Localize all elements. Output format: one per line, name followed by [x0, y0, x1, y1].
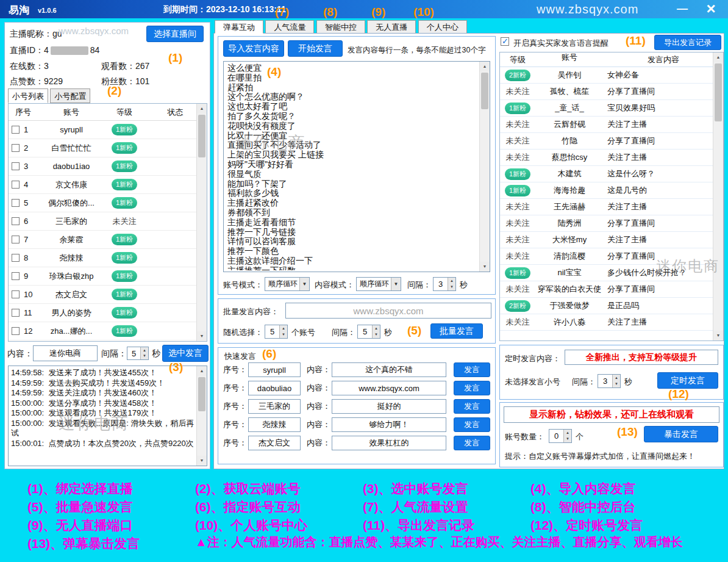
level-badge: 未关注 — [506, 251, 530, 262]
quick-account-input[interactable]: 三毛家的 — [248, 399, 301, 414]
selected-interval-spinner[interactable]: 5 ▲ ▼ — [127, 347, 149, 360]
scrollbar-thumb[interactable] — [198, 377, 205, 411]
quick-content-input[interactable]: 效果杠杠的 — [332, 436, 446, 450]
batch-send-button[interactable]: 批量发言 — [430, 323, 483, 339]
row-checkbox[interactable] — [12, 144, 20, 152]
close-button[interactable]: × — [699, 0, 723, 18]
selected-content-input[interactable]: 迷你电商 — [33, 345, 98, 361]
row-checkbox[interactable] — [12, 162, 20, 170]
burst-content-input[interactable]: 显示新粉，钻粉效果，还可上在线和观看 — [504, 406, 719, 423]
room-id-label: 直播ID： — [10, 45, 44, 55]
row-checkbox[interactable] — [12, 327, 20, 335]
timed-send-button[interactable]: 定时发言 — [657, 372, 718, 389]
table-row[interactable]: 10 杰文启文 1新粉 — [9, 286, 207, 304]
table-row[interactable]: 5 偶尔犯傻的... 1新粉 — [9, 194, 207, 212]
burst-count-spinner[interactable]: 0 ▲ ▼ — [549, 429, 572, 443]
quick-account-input[interactable]: syrupll — [248, 362, 301, 377]
row-checkbox[interactable] — [12, 199, 20, 207]
speech-interval-spinner[interactable]: 3 ▲ ▼ — [433, 277, 456, 291]
table-row[interactable]: 3 daobu1iao 1新粉 — [9, 157, 207, 176]
comment-table-scrollbar[interactable]: ▲ ▼ — [713, 52, 723, 340]
spinner-down-icon[interactable]: ▼ — [448, 284, 455, 290]
comment-table: 等级 账号 发言内容 2新粉 吴作钊 女神必备 未关注 孤牧、梳笙 分享了直播间 — [499, 52, 724, 341]
import-content-button[interactable]: 导入发言内容 — [223, 40, 284, 57]
quick-account-input[interactable]: daobuliao — [248, 381, 301, 395]
timed-interval-spinner[interactable]: 3 ▲ ▼ — [598, 374, 621, 388]
row-checkbox[interactable] — [12, 254, 20, 262]
row-checkbox[interactable] — [12, 181, 20, 189]
export-records-button[interactable]: 导出发言记录 — [654, 35, 721, 50]
tab-smart-control[interactable]: 智能中控 — [316, 20, 365, 34]
quick-content-input[interactable]: 这个真的不错 — [332, 362, 446, 377]
account-mode-select[interactable]: 顺序循环 ▼ — [265, 277, 310, 291]
scroll-down-icon[interactable]: ▼ — [197, 456, 207, 466]
tab-account-list[interactable]: 小号列表 — [8, 88, 48, 103]
tab-personal-center[interactable]: 个人中心 — [418, 20, 467, 34]
table-row[interactable]: 11 男人的姿势 1新粉 — [9, 304, 207, 322]
quick-content-input[interactable]: 挺好的 — [332, 399, 446, 414]
select-room-button[interactable]: 选择直播间 — [146, 26, 204, 42]
send-selected-button[interactable]: 选中发言 — [162, 345, 209, 362]
spinner-down-icon[interactable]: ▼ — [612, 381, 620, 387]
scroll-up-icon[interactable]: ▲ — [197, 104, 207, 113]
spinner-down-icon[interactable]: ▼ — [563, 436, 571, 442]
content-mode-select[interactable]: 顺序循环 ▼ — [356, 277, 401, 291]
buyer-alert-checkbox[interactable]: ✓ — [501, 37, 509, 46]
row-checkbox[interactable] — [12, 126, 20, 134]
table-row[interactable]: 2 白雪忙忙忙 1新粉 — [9, 139, 207, 157]
quick-send-button[interactable]: 发言 — [454, 436, 490, 450]
quick-content-input[interactable]: 够给力啊！ — [332, 417, 446, 432]
spinner-down-icon[interactable]: ▼ — [372, 331, 380, 338]
table-row[interactable]: 12 zha...娜的... 1新粉 — [9, 322, 207, 340]
burst-send-button[interactable]: 暴击发言 — [644, 426, 718, 442]
row-checkbox[interactable] — [12, 309, 20, 317]
speech-content-textarea[interactable]: 这么便宜 在哪里拍 赶紧拍 这个怎么优惠的啊？ 这也太好看了吧 拍了多久发货呢？… — [223, 61, 490, 272]
row-checkbox[interactable] — [12, 272, 20, 280]
spinner-down-icon[interactable]: ▼ — [140, 353, 148, 359]
scrollbar-thumb[interactable] — [481, 73, 488, 109]
chevron-down-icon: ▼ — [299, 278, 309, 290]
table-row[interactable]: 4 京文伟康 1新粉 — [9, 176, 207, 194]
table-row[interactable]: 7 余莱霞 1新粉 — [9, 231, 207, 249]
spinner-down-icon[interactable]: ▼ — [279, 331, 287, 338]
scrollbar-thumb[interactable] — [198, 115, 205, 157]
row-checkbox[interactable] — [12, 236, 20, 243]
tab-account-config[interactable]: 小号配置 — [50, 88, 90, 103]
quick-account-input[interactable]: 尧辣辣 — [248, 417, 301, 432]
scroll-up-icon[interactable]: ▲ — [480, 62, 490, 71]
random-count-spinner[interactable]: 5 ▲ ▼ — [265, 325, 288, 339]
minimize-button[interactable]: — — [672, 0, 693, 18]
start-speech-button[interactable]: 开始发言 — [288, 40, 343, 57]
log-scrollbar[interactable]: ▲ ▼ — [196, 366, 207, 466]
quick-content-input[interactable]: www.zbsqyx.com — [332, 381, 446, 395]
table-row[interactable]: 9 珍珠白银zhp 1新粉 — [9, 267, 207, 286]
scroll-up-icon[interactable]: ▲ — [197, 366, 207, 376]
row-checkbox[interactable] — [12, 217, 20, 225]
speech-scrollbar[interactable]: ▲ ▼ — [479, 62, 490, 272]
quick-send-button[interactable]: 发言 — [454, 417, 490, 432]
quick-send-button[interactable]: 发言 — [454, 362, 490, 377]
timed-content-input[interactable]: 全新推出，支持互粉等级提升 — [565, 350, 718, 365]
comment-content: 分享了直播间 — [604, 218, 723, 229]
quick-send-button[interactable]: 发言 — [454, 399, 490, 414]
row-checkbox[interactable] — [12, 290, 20, 298]
scroll-up-icon[interactable]: ▲ — [713, 52, 723, 62]
tab-unmanned-live[interactable]: 无人直播 — [367, 20, 416, 34]
table-row[interactable]: 8 尧辣辣 1新粉 — [9, 249, 207, 267]
batch-interval-spinner[interactable]: 5 ▲ ▼ — [357, 325, 380, 339]
quick-account-input[interactable]: 杰文启文 — [248, 436, 301, 450]
quick-group-label: 快速发言 — [224, 351, 256, 362]
scrollbar-thumb[interactable] — [715, 63, 722, 121]
tab-traffic[interactable]: 人气流量 — [265, 20, 314, 34]
log-output[interactable]: 14:59:58: 发送来了成功！共发送455次！ 14:59:59: 发送去购… — [8, 366, 207, 466]
scroll-down-icon[interactable]: ▼ — [480, 262, 490, 272]
comment-row: 未关注 穿军装的白衣天使 分享了直播间 — [500, 281, 723, 298]
batch-content-input[interactable]: www.zbsqyx.com — [285, 303, 491, 319]
scroll-down-icon[interactable]: ▼ — [713, 331, 723, 340]
tab-danmu-interaction[interactable]: 弹幕互动 — [215, 20, 263, 34]
account-table-scrollbar[interactable]: ▲ ▼ — [196, 104, 207, 341]
scroll-down-icon[interactable]: ▼ — [197, 331, 207, 341]
table-row[interactable]: 1 syrupll 1新粉 — [9, 121, 207, 139]
table-row[interactable]: 6 三毛家的 未关注 — [9, 212, 207, 231]
quick-send-button[interactable]: 发言 — [454, 381, 490, 395]
